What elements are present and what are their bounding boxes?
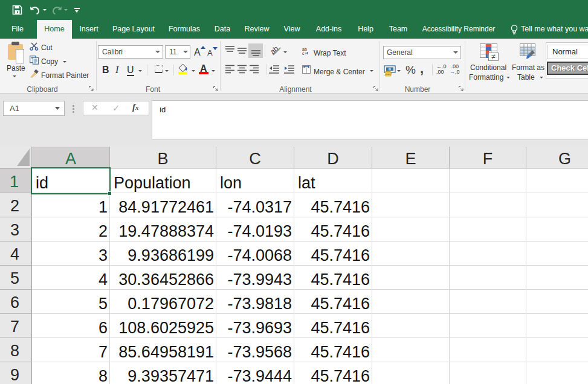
svg-text:c: c xyxy=(302,51,305,56)
svg-text:ab: ab xyxy=(302,47,307,51)
